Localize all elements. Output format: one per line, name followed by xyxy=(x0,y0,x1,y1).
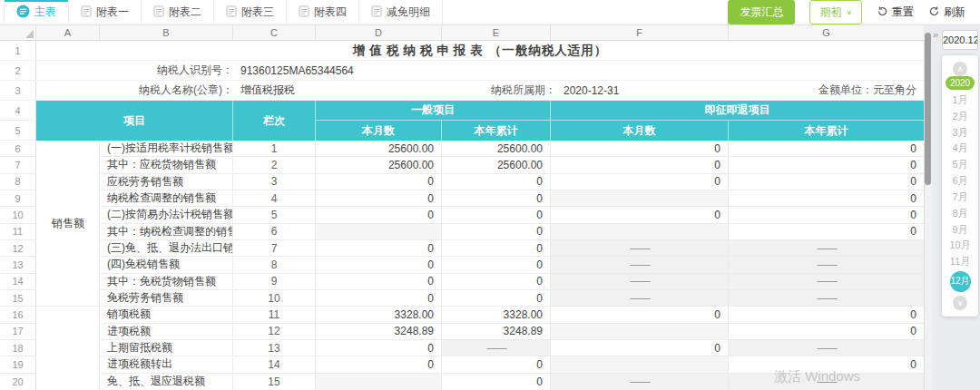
item-cell[interactable]: 应税劳务销售额 xyxy=(100,174,233,190)
taxpayer-name-cell[interactable]: 纳税人名称(公章)： 增值税报税 纳税所属期： 2020-12-31 金额单位：… xyxy=(36,81,924,100)
line-no-cell[interactable]: 3 xyxy=(233,174,316,190)
cell-F7[interactable]: 0 xyxy=(551,157,729,173)
cell-E15[interactable]: 0 xyxy=(442,290,551,307)
row-number[interactable]: 9 xyxy=(0,190,36,207)
tab-appendix-1[interactable]: 附表一 xyxy=(69,0,142,24)
row-number[interactable]: 1 xyxy=(0,41,36,60)
item-cell[interactable]: (一)按适用税率计税销售额 xyxy=(100,141,233,157)
cell-F9[interactable] xyxy=(551,190,729,207)
cell-E6[interactable]: 25600.00 xyxy=(442,141,551,157)
row-number[interactable]: 10 xyxy=(0,207,36,223)
report-title-cell[interactable]: 增值税纳税申报表 （一般纳税人适用） xyxy=(36,41,924,60)
month-item-8月[interactable]: 8月 xyxy=(952,207,967,220)
cell-D13[interactable]: 0 xyxy=(316,257,442,273)
cell-E11[interactable]: 0 xyxy=(442,224,551,240)
cell-E12[interactable]: 0 xyxy=(442,240,551,257)
cell-E9[interactable]: 0 xyxy=(442,190,551,207)
cell-F18[interactable]: 0 xyxy=(551,340,729,356)
row-number[interactable]: 6 xyxy=(0,141,36,157)
group-cell[interactable] xyxy=(36,190,100,207)
month-item-12月[interactable]: 12月 xyxy=(950,271,971,292)
taxpayer-id-cell[interactable]: 纳税人识别号： 91360125MA65344564 xyxy=(36,61,924,80)
line-no-cell[interactable]: 4 xyxy=(233,190,316,207)
line-no-cell[interactable]: 11 xyxy=(233,307,316,323)
line-no-cell[interactable]: 12 xyxy=(233,324,316,340)
row-number[interactable]: 3 xyxy=(0,81,36,100)
cell-F14[interactable]: —— xyxy=(551,274,729,290)
group-cell[interactable] xyxy=(36,257,100,273)
group-cell[interactable] xyxy=(36,224,100,240)
line-no-cell[interactable]: 8 xyxy=(233,257,316,273)
row-number[interactable]: 20 xyxy=(0,374,36,390)
line-no-cell[interactable]: 10 xyxy=(233,290,316,307)
header-current-month-general[interactable]: 本月数 xyxy=(316,121,442,141)
cell-F6[interactable]: 0 xyxy=(551,141,729,157)
reset-button[interactable]: 重置 xyxy=(877,5,914,20)
row-number[interactable]: 8 xyxy=(0,174,36,190)
month-item-3月[interactable]: 3月 xyxy=(952,126,967,140)
cell-D20[interactable] xyxy=(316,374,442,390)
item-cell[interactable]: 其中：免税货物销售额 xyxy=(100,274,233,290)
cell-G6[interactable]: 0 xyxy=(729,141,924,157)
row-number[interactable]: 4 xyxy=(0,101,36,121)
cell-G9[interactable]: 0 xyxy=(729,190,924,207)
cell-D16[interactable]: 3328.00 xyxy=(316,307,442,323)
group-cell[interactable] xyxy=(36,174,100,190)
row-number[interactable]: 7 xyxy=(0,157,36,173)
cell-E14[interactable]: 0 xyxy=(442,274,551,290)
row-number[interactable]: 16 xyxy=(0,307,36,323)
cell-E13[interactable]: 0 xyxy=(442,257,551,273)
header-ytd-general[interactable]: 本年累计 xyxy=(442,121,551,141)
cell-D17[interactable]: 3248.89 xyxy=(316,324,442,340)
tab-appendix-3[interactable]: 附表三 xyxy=(214,0,287,24)
item-cell[interactable]: (三)免、抵、退办法出口销售额 xyxy=(100,240,233,257)
item-cell[interactable]: 纳税检查调整的销售额 xyxy=(100,190,233,207)
cell-G19[interactable]: 0 xyxy=(729,356,924,373)
group-cell[interactable] xyxy=(36,340,100,356)
select-all-corner[interactable] xyxy=(0,25,36,40)
header-current-month-refund[interactable]: 本月数 xyxy=(551,121,729,141)
tab-reduction-detail[interactable]: 减免明细 xyxy=(359,0,443,24)
cell-E20[interactable]: 0 xyxy=(442,374,551,390)
tab-appendix-2[interactable]: 附表二 xyxy=(142,0,214,24)
month-item-5月[interactable]: 5月 xyxy=(952,158,967,171)
line-no-cell[interactable]: 13 xyxy=(233,340,316,356)
cell-G16[interactable]: 0 xyxy=(729,307,924,323)
row-number[interactable]: 12 xyxy=(0,240,36,257)
group-cell[interactable] xyxy=(36,290,100,307)
month-item-6月[interactable]: 6月 xyxy=(952,174,967,188)
item-cell[interactable]: 进项税额 xyxy=(100,324,233,340)
group-cell[interactable] xyxy=(36,374,100,390)
cell-D19[interactable]: 0 xyxy=(316,356,442,373)
group-cell[interactable] xyxy=(36,207,100,223)
scroll-down-icon[interactable]: ∨ xyxy=(953,296,967,310)
column-header-a[interactable]: A xyxy=(36,25,100,40)
cell-D6[interactable]: 25600.00 xyxy=(316,141,442,157)
period-input[interactable] xyxy=(942,30,978,50)
row-number[interactable]: 2 xyxy=(0,61,36,80)
cell-F15[interactable]: —— xyxy=(551,290,729,307)
cell-G11[interactable]: 0 xyxy=(729,224,924,240)
cell-E18[interactable]: —— xyxy=(442,340,551,356)
cell-E16[interactable]: 3328.00 xyxy=(442,307,551,323)
column-header-c[interactable]: C xyxy=(233,25,316,40)
scroll-up-icon[interactable]: ∧ xyxy=(953,62,967,76)
line-no-cell[interactable]: 6 xyxy=(233,224,316,240)
cell-G17[interactable]: 0 xyxy=(729,324,924,340)
cell-D18[interactable]: 0 xyxy=(316,340,442,356)
row-number[interactable]: 11 xyxy=(0,224,36,240)
item-cell[interactable]: 其中：纳税检查调整的销售额 xyxy=(100,224,233,240)
collapse-panel-icon[interactable]: » xyxy=(933,29,938,40)
cell-D7[interactable]: 25600.00 xyxy=(316,157,442,173)
line-no-cell[interactable]: 2 xyxy=(233,157,316,173)
column-header-d[interactable]: D xyxy=(316,25,442,40)
cell-D8[interactable]: 0 xyxy=(316,174,442,190)
month-item-7月[interactable]: 7月 xyxy=(952,190,967,204)
period-select[interactable]: 期初 ∨ xyxy=(809,0,862,24)
year-badge[interactable]: 2020 xyxy=(946,76,975,90)
refresh-button[interactable]: 刷新 xyxy=(928,5,965,20)
group-cell[interactable] xyxy=(36,141,100,157)
month-item-4月[interactable]: 4月 xyxy=(952,141,967,155)
line-no-cell[interactable]: 1 xyxy=(233,141,316,157)
line-no-cell[interactable]: 15 xyxy=(233,374,316,390)
